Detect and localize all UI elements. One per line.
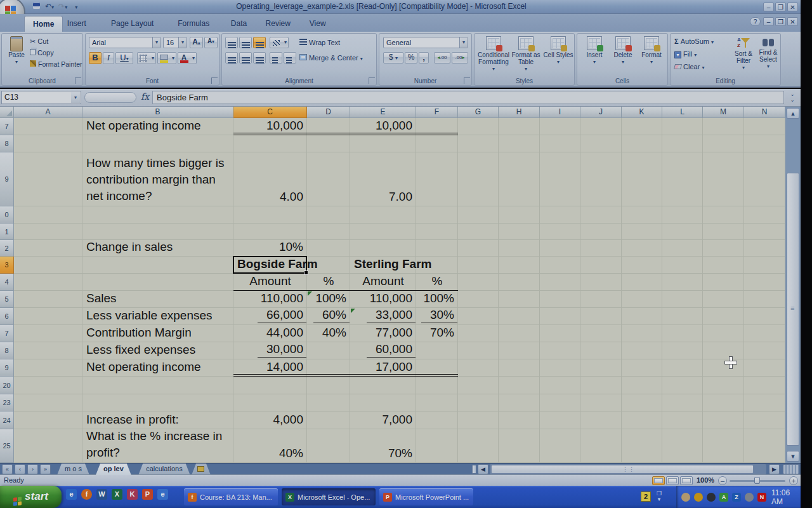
- cell[interactable]: [580, 359, 622, 377]
- cell[interactable]: [540, 118, 580, 135]
- cell[interactable]: [233, 135, 307, 152]
- cell[interactable]: Less variable expenses: [82, 308, 233, 325]
- cell[interactable]: [499, 308, 540, 325]
- cell[interactable]: [540, 240, 580, 257]
- cell[interactable]: [622, 411, 662, 429]
- italic-button[interactable]: I: [103, 52, 114, 64]
- zoom-in-button[interactable]: +: [789, 476, 798, 485]
- cell[interactable]: [540, 135, 580, 152]
- cell[interactable]: [307, 429, 350, 463]
- font-color-button[interactable]: A▾: [178, 52, 197, 64]
- cell[interactable]: [14, 377, 82, 394]
- start-button[interactable]: start: [0, 486, 62, 508]
- cell[interactable]: [14, 240, 82, 257]
- column-header-M[interactable]: M: [703, 107, 744, 118]
- tab-formulas[interactable]: Formulas: [169, 16, 218, 32]
- cell[interactable]: [580, 325, 622, 342]
- restore-button[interactable]: ❐: [775, 3, 786, 11]
- cell-styles-button[interactable]: Cell Styles▾: [543, 36, 573, 65]
- cell[interactable]: [540, 257, 580, 274]
- cell[interactable]: [416, 394, 458, 411]
- zoom-out-button[interactable]: –: [718, 476, 727, 485]
- cell[interactable]: [499, 257, 540, 274]
- tab-review[interactable]: Review: [258, 16, 299, 32]
- cell[interactable]: [14, 325, 82, 342]
- cell[interactable]: 33,000: [350, 308, 416, 325]
- wrap-text-button[interactable]: Wrap Text: [299, 39, 340, 46]
- cell[interactable]: [499, 206, 540, 224]
- cell[interactable]: [540, 377, 580, 394]
- cell[interactable]: [744, 240, 785, 257]
- row-header[interactable]: 24: [0, 411, 14, 429]
- norton-icon[interactable]: N: [757, 493, 766, 502]
- paste-button[interactable]: Paste▾: [6, 36, 27, 65]
- format-cells-button[interactable]: Format▾: [638, 36, 665, 65]
- cell[interactable]: [744, 359, 785, 377]
- minimize-button[interactable]: –: [763, 3, 774, 11]
- help-button[interactable]: ?: [750, 17, 761, 26]
- align-center-button[interactable]: [239, 52, 252, 64]
- cell[interactable]: 100%: [307, 291, 350, 308]
- cell[interactable]: [458, 135, 499, 152]
- cell[interactable]: 70%: [416, 325, 458, 342]
- cell[interactable]: 30%: [416, 308, 458, 325]
- cell[interactable]: [540, 359, 580, 377]
- cell[interactable]: [416, 206, 458, 224]
- percent-style-button[interactable]: %: [405, 52, 417, 64]
- column-header-A[interactable]: A: [14, 107, 82, 118]
- cell[interactable]: [703, 118, 744, 135]
- cell[interactable]: [622, 325, 662, 342]
- view-normal-icon[interactable]: [652, 476, 665, 485]
- cell[interactable]: 60,000: [350, 342, 416, 359]
- row-header[interactable]: 9: [0, 359, 14, 377]
- row-header[interactable]: 8: [0, 342, 14, 359]
- sheet-tab-calculations[interactable]: calculations: [138, 464, 190, 475]
- cell[interactable]: [416, 152, 458, 206]
- cell[interactable]: [307, 224, 350, 240]
- format-as-table-button[interactable]: Format as Table▾: [511, 36, 541, 72]
- cell[interactable]: Sales: [82, 291, 233, 308]
- cell[interactable]: [580, 274, 622, 291]
- cut-button[interactable]: ✂ Cut: [30, 37, 48, 46]
- cell[interactable]: [540, 429, 580, 463]
- cell[interactable]: [580, 377, 622, 394]
- cell[interactable]: Net operating income: [82, 359, 233, 377]
- column-header-I[interactable]: I: [540, 107, 580, 118]
- cell[interactable]: [622, 224, 662, 240]
- column-header-G[interactable]: G: [458, 107, 499, 118]
- cell[interactable]: [622, 152, 662, 206]
- scroll-up-icon[interactable]: ▲: [787, 108, 799, 119]
- cell[interactable]: [307, 411, 350, 429]
- cell[interactable]: [14, 118, 82, 135]
- powerpoint-icon[interactable]: P: [142, 489, 153, 500]
- cell[interactable]: [662, 325, 703, 342]
- cell[interactable]: [233, 377, 307, 394]
- number-format-combo[interactable]: General▾: [383, 37, 468, 48]
- cell[interactable]: [14, 342, 82, 359]
- cell[interactable]: [458, 274, 499, 291]
- cell[interactable]: 70%: [350, 429, 416, 463]
- cell[interactable]: [14, 394, 82, 411]
- cell[interactable]: [499, 411, 540, 429]
- cell[interactable]: [416, 224, 458, 240]
- cell[interactable]: [416, 377, 458, 394]
- insert-cells-button[interactable]: Insert▾: [581, 36, 608, 65]
- insert-worksheet-tab[interactable]: [192, 464, 211, 475]
- cell[interactable]: [499, 429, 540, 463]
- cell[interactable]: [14, 291, 82, 308]
- middle-align-button[interactable]: [239, 37, 252, 48]
- cell[interactable]: [14, 274, 82, 291]
- cell[interactable]: [703, 359, 744, 377]
- cell[interactable]: 40%: [233, 429, 307, 463]
- cell[interactable]: [540, 394, 580, 411]
- copy-button[interactable]: Copy: [30, 49, 54, 57]
- name-box[interactable]: C13▾: [1, 91, 81, 104]
- cell[interactable]: [458, 359, 499, 377]
- cell[interactable]: [82, 394, 233, 411]
- cell[interactable]: 100%: [416, 291, 458, 308]
- row-header[interactable]: 4: [0, 274, 14, 291]
- column-header-E[interactable]: E: [350, 107, 416, 118]
- row-header[interactable]: 0: [0, 206, 14, 224]
- cell[interactable]: [458, 411, 499, 429]
- cell[interactable]: [458, 206, 499, 224]
